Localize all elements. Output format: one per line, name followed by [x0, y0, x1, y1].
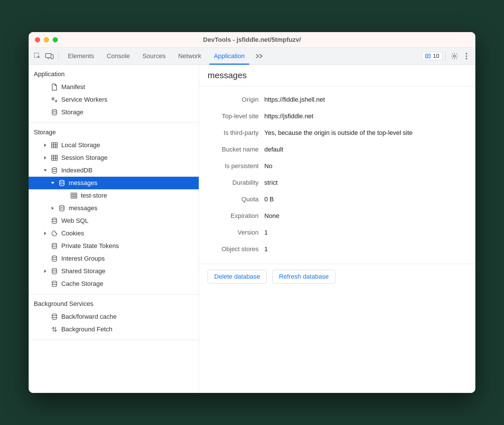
sidebar-item-label: messages — [69, 179, 97, 187]
sidebar-item-label: test-store — [81, 192, 107, 199]
detail-prop-origin: Originhttps://fiddle.jshell.net — [207, 91, 467, 108]
sidebar-item-messages[interactable]: messages — [29, 177, 199, 189]
sidebar-item-indexeddb[interactable]: IndexedDB — [29, 164, 199, 177]
sidebar-item-label: Service Workers — [61, 96, 107, 103]
sidebar-item-session-storage[interactable]: Session Storage — [29, 151, 199, 164]
sidebar-item-label: Shared Storage — [61, 267, 105, 275]
tab-console[interactable]: Console — [101, 48, 136, 64]
svg-point-34 — [53, 234, 54, 235]
db-icon — [50, 167, 58, 174]
db-icon — [50, 255, 58, 262]
sidebar-item-storage[interactable]: Storage — [29, 106, 199, 119]
sidebar-item-label: Back/forward cache — [61, 313, 117, 320]
divider — [445, 51, 446, 61]
prop-value: 0 B — [264, 196, 467, 203]
detail-panel: messages Originhttps://fiddle.jshell.net… — [199, 65, 475, 393]
detail-actions: Delete database Refresh database — [199, 264, 475, 289]
sidebar-item-label: Cookies — [61, 230, 84, 237]
prop-label: Version — [207, 229, 264, 236]
sidebar-item-test-store[interactable]: test-store — [29, 189, 199, 202]
prop-label: Is persistent — [207, 162, 264, 170]
svg-point-25 — [60, 180, 64, 182]
device-toggle-icon[interactable] — [44, 50, 56, 62]
prop-label: Is third-party — [207, 129, 264, 137]
svg-rect-3 — [51, 55, 53, 59]
db-icon — [58, 180, 66, 186]
file-icon — [50, 83, 58, 91]
chevron-right-icon — [43, 156, 48, 160]
svg-point-36 — [52, 243, 57, 245]
sidebar-item-local-storage[interactable]: Local Storage — [29, 139, 199, 151]
prop-label: Object stores — [207, 245, 264, 253]
kebab-menu-icon[interactable] — [460, 50, 472, 62]
prop-value: https://jsfiddle.net — [264, 113, 467, 120]
svg-point-9 — [466, 55, 467, 57]
tab-elements[interactable]: Elements — [62, 48, 101, 64]
issues-count: 10 — [433, 53, 439, 59]
sidebar-item-label: Session Storage — [61, 154, 107, 162]
detail-prop-top-level-site: Top-level sitehttps://jsfiddle.net — [207, 108, 467, 125]
detail-prop-object-stores: Object stores1 — [207, 241, 467, 257]
sidebar-item-cookies[interactable]: Cookies — [29, 227, 199, 240]
svg-point-35 — [55, 234, 55, 234]
gears-icon — [50, 96, 58, 103]
updown-icon — [50, 326, 58, 333]
svg-point-32 — [52, 218, 57, 220]
application-sidebar: ApplicationManifestService WorkersStorag… — [29, 65, 199, 393]
issues-counter[interactable]: 10 — [422, 52, 442, 60]
prop-label: Origin — [207, 96, 264, 103]
sidebar-item-messages[interactable]: messages — [29, 202, 199, 215]
detail-prop-expiration: ExpirationNone — [207, 208, 467, 224]
more-tabs-button[interactable] — [251, 53, 268, 59]
svg-point-13 — [52, 109, 57, 111]
sidebar-item-manifest[interactable]: Manifest — [29, 81, 199, 93]
detail-props: Originhttps://fiddle.jshell.netTop-level… — [199, 86, 475, 263]
delete-database-button[interactable]: Delete database — [208, 270, 267, 284]
sidebar-item-label: Interest Groups — [61, 255, 105, 262]
sidebar-item-cache-storage[interactable]: Cache Storage — [29, 278, 199, 290]
sidebar-item-shared-storage[interactable]: Shared Storage — [29, 265, 199, 278]
sidebar-item-label: Storage — [61, 109, 83, 116]
sidebar-item-back-forward-cache[interactable]: Back/forward cache — [29, 310, 199, 323]
chevron-right-icon — [43, 269, 48, 273]
sidebar-item-service-workers[interactable]: Service Workers — [29, 93, 199, 106]
sidebar-item-label: Local Storage — [61, 141, 100, 149]
table-icon — [70, 192, 78, 199]
table-icon — [50, 142, 58, 148]
svg-rect-14 — [52, 143, 57, 148]
svg-point-8 — [466, 53, 467, 54]
sidebar-section-title: Application — [29, 68, 199, 81]
sidebar-section: StorageLocal StorageSession StorageIndex… — [29, 123, 199, 294]
sidebar-item-label: Manifest — [61, 83, 85, 91]
sidebar-section-title: Storage — [29, 126, 199, 139]
tab-sources[interactable]: Sources — [136, 48, 172, 64]
refresh-database-button[interactable]: Refresh database — [272, 270, 335, 284]
sidebar-item-label: Background Fetch — [61, 326, 113, 333]
svg-rect-26 — [71, 193, 77, 198]
sidebar-item-label: Cache Storage — [61, 280, 103, 288]
detail-prop-version: Version1 — [207, 224, 467, 241]
inspect-element-icon[interactable] — [32, 50, 44, 62]
svg-point-40 — [52, 314, 57, 316]
sidebar-section: Background ServicesBack/forward cacheBac… — [29, 294, 199, 340]
detail-prop-bucket-name: Bucket namedefault — [207, 141, 467, 158]
sidebar-item-interest-groups[interactable]: Interest Groups — [29, 252, 199, 265]
chevron-right-icon — [43, 143, 48, 147]
detail-prop-durability: Durabilitystrict — [207, 174, 467, 191]
tab-network[interactable]: Network — [172, 48, 208, 64]
tab-application[interactable]: Application — [208, 48, 251, 64]
detail-prop-quota: Quota0 B — [207, 191, 467, 208]
settings-icon[interactable] — [448, 50, 460, 62]
db-icon — [50, 280, 58, 287]
cookie-icon — [50, 230, 58, 237]
svg-point-24 — [52, 168, 57, 169]
sidebar-item-background-fetch[interactable]: Background Fetch — [29, 323, 199, 336]
db-icon — [50, 217, 58, 224]
prop-label: Bucket name — [207, 146, 264, 153]
prop-value: 1 — [264, 245, 467, 253]
prop-value: Yes, because the origin is outside of th… — [264, 129, 467, 137]
sidebar-item-web-sql[interactable]: Web SQL — [29, 215, 199, 227]
sidebar-item-private-state-tokens[interactable]: Private State Tokens — [29, 240, 199, 252]
db-icon — [50, 268, 58, 275]
db-icon — [50, 109, 58, 116]
